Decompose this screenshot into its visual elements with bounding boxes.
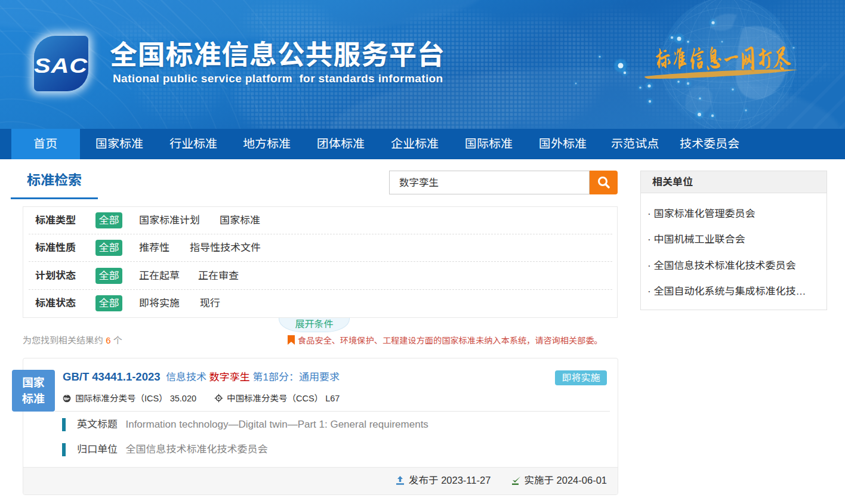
svg-text:SAC: SAC: [34, 53, 88, 77]
